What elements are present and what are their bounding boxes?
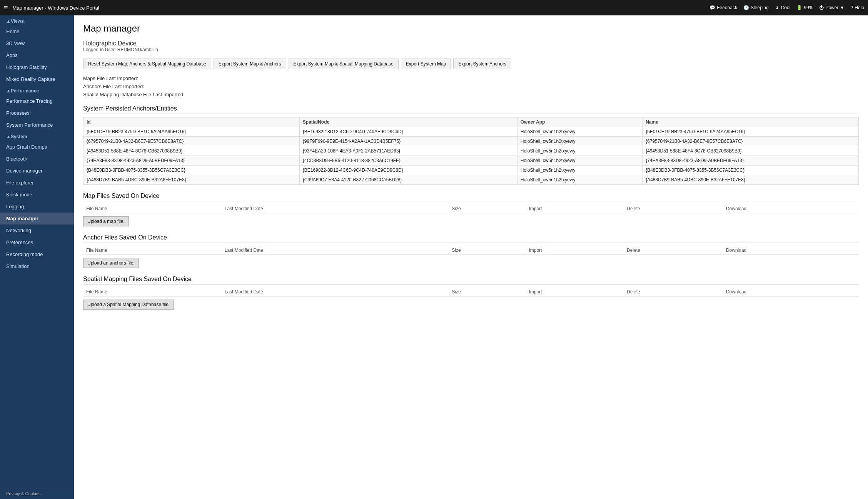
sidebar-item-logging[interactable]: Logging xyxy=(0,201,74,213)
action-button-row: Reset System Map, Anchors & Spatial Mapp… xyxy=(83,59,859,69)
spatial-col-filename: File Name xyxy=(83,288,222,296)
map-col-delete: Delete xyxy=(624,204,723,213)
app-title: Map manager - Windows Device Portal xyxy=(13,5,710,11)
table-row: {67957049-21B0-4A32-B6E7-9E57CB6E8A7C}{9… xyxy=(83,137,859,146)
table-cell-owner_app: HoloShell_cw5n1h2txyewy xyxy=(517,146,642,156)
sidebar-item-mixed-reality-capture[interactable]: Mixed Reality Capture xyxy=(0,73,74,85)
upload-spatial-button[interactable]: Upload a Spatial Mapping Database file. xyxy=(83,300,174,310)
export-system-anchors-button[interactable]: Export System Anchors xyxy=(453,59,511,69)
reset-system-map-button[interactable]: Reset System Map, Anchors & Spatial Mapp… xyxy=(83,59,211,69)
anchor-col-download: Download xyxy=(723,246,859,255)
spatial-col-delete: Delete xyxy=(624,288,723,296)
page-title: Map manager xyxy=(83,23,859,34)
table-cell-spatial_node: {BE169822-8D12-4C6D-9C4D-740AE9CD9C6D} xyxy=(299,127,517,137)
table-cell-spatial_node: {BE169822-8D12-4C6D-9C4D-740AE9CD9C6D} xyxy=(299,166,517,175)
col-owner-app: Owner App xyxy=(517,117,642,127)
table-cell-spatial_node: {4CD3B8D9-F9B6-4120-8118-882C3A6C19FE} xyxy=(299,156,517,166)
map-col-modified: Last Modified Date xyxy=(222,204,449,213)
spatial-col-import: Import xyxy=(526,288,624,296)
battery-status: 🔋 99% xyxy=(796,5,813,10)
sidebar-item-file-explorer[interactable]: File explorer xyxy=(0,177,74,189)
sidebar-item-processes[interactable]: Processes xyxy=(0,107,74,119)
sidebar-item-app-crash-dumps[interactable]: App Crash Dumps xyxy=(0,141,74,153)
spatial-col-modified: Last Modified Date xyxy=(222,288,449,296)
anchor-col-filename: File Name xyxy=(83,246,222,255)
export-system-map-anchors-button[interactable]: Export System Map & Anchors xyxy=(214,59,286,69)
export-system-map-button[interactable]: Export System Map xyxy=(401,59,451,69)
feedback-button[interactable]: 💬 Feedback xyxy=(709,5,737,10)
spatial-col-size: Size xyxy=(449,288,526,296)
spatial-files-table: File Name Last Modified Date Size Import… xyxy=(83,288,859,296)
table-row: {74EA3F83-83D8-4923-A8D9-A0BEDE09FA13}{4… xyxy=(83,156,859,166)
table-row: {49453D51-588E-48F4-8C78-CB627098B9B9}{9… xyxy=(83,146,859,156)
table-cell-spatial_node: {93F4EA29-108F-4EA3-A0F2-2AB5711AED63} xyxy=(299,146,517,156)
anchor-files-table: File Name Last Modified Date Size Import… xyxy=(83,246,859,255)
sidebar-item-hologram-stability[interactable]: Hologram Stability xyxy=(0,61,74,73)
col-id: Id xyxy=(83,117,300,127)
map-col-filename: File Name xyxy=(83,204,222,213)
map-files-table: File Name Last Modified Date Size Import… xyxy=(83,204,859,213)
sidebar-item-apps[interactable]: Apps xyxy=(0,49,74,61)
sidebar-item-networking[interactable]: Networking xyxy=(0,224,74,236)
anchors-table: Id SpatialNode Owner App Name {5E01CE19-… xyxy=(83,117,859,185)
sidebar-item-map-manager[interactable]: Map manager xyxy=(0,213,74,224)
sidebar-item-simulation[interactable]: Simulation xyxy=(0,260,74,272)
anchors-last-imported: Anchors File Last Imported: xyxy=(83,84,859,89)
table-row: {5E01CE19-BB23-475D-BF1C-6A24AA95EC16}{B… xyxy=(83,127,859,137)
sidebar-item-performance-tracing[interactable]: Performance Tracing xyxy=(0,95,74,107)
sidebar-system-header: ▲System xyxy=(0,131,74,141)
table-cell-name: {74EA3F83-83D8-4923-A8D9-A0BEDE09FA13} xyxy=(643,156,859,166)
map-col-import: Import xyxy=(526,204,624,213)
table-row: {B48E0DB3-0FBB-4075-8355-3B56C7A3E3CC}{B… xyxy=(83,166,859,175)
map-files-section-title: Map Files Saved On Device xyxy=(83,193,859,201)
help-button[interactable]: ? Help xyxy=(851,5,864,10)
sidebar-item-device-manager[interactable]: Device manager xyxy=(0,165,74,177)
topbar: ≡ Map manager - Windows Device Portal 💬 … xyxy=(0,0,868,15)
table-cell-name: {49453D51-588E-48F4-8C78-CB627098B9B9} xyxy=(643,146,859,156)
upload-anchors-button[interactable]: Upload an anchors file. xyxy=(83,258,139,268)
top-actions: 💬 Feedback 🕐 Sleeping 🌡 Cool 🔋 99% ⏻ Pow… xyxy=(709,5,864,10)
sidebar-item-preferences[interactable]: Preferences xyxy=(0,236,74,248)
anchor-col-modified: Last Modified Date xyxy=(222,246,449,255)
map-col-download: Download xyxy=(723,204,859,213)
sidebar-item-3dview[interactable]: 3D View xyxy=(0,37,74,49)
table-cell-id: {A488D7B9-BAB5-4DBC-890E-B32A6FE107E8} xyxy=(83,175,300,185)
table-cell-owner_app: HoloShell_cw5n1h2txyewy xyxy=(517,166,642,175)
device-name: Holographic Device xyxy=(83,40,859,47)
sidebar-item-bluetooth[interactable]: Bluetooth xyxy=(0,153,74,165)
device-info: Holographic Device Logged-in User: REDMO… xyxy=(83,40,859,52)
spatial-files-section-title: Spatial Mapping Files Saved On Device xyxy=(83,276,859,285)
table-cell-id: {B48E0DB3-0FBB-4075-8355-3B56C7A3E3CC} xyxy=(83,166,300,175)
table-cell-id: {74EA3F83-83D8-4923-A8D9-A0BEDE09FA13} xyxy=(83,156,300,166)
table-row: {A488D7B9-BAB5-4DBC-890E-B32A6FE107E8}{C… xyxy=(83,175,859,185)
table-cell-id: {67957049-21B0-4A32-B6E7-9E57CB6E8A7C} xyxy=(83,137,300,146)
sidebar-item-recording-mode[interactable]: Recording mode xyxy=(0,248,74,260)
table-cell-owner_app: HoloShell_cw5n1h2txyewy xyxy=(517,156,642,166)
table-cell-owner_app: HoloShell_cw5n1h2txyewy xyxy=(517,137,642,146)
col-spatial-node: SpatialNode xyxy=(299,117,517,127)
col-name: Name xyxy=(643,117,859,127)
cool-status: 🌡 Cool xyxy=(775,5,791,10)
sidebar-item-system-performance[interactable]: System Performance xyxy=(0,119,74,131)
privacy-cookies-link[interactable]: Privacy & Cookies xyxy=(0,488,74,499)
export-system-map-spatial-button[interactable]: Export System Map & Spatial Mapping Data… xyxy=(289,59,399,69)
sidebar-item-home[interactable]: Home xyxy=(0,25,74,37)
table-cell-name: {5E01CE19-BB23-475D-BF1C-6A24AA95EC16} xyxy=(643,127,859,137)
sidebar-item-kiosk-mode[interactable]: Kiosk mode xyxy=(0,189,74,201)
anchor-col-import: Import xyxy=(526,246,624,255)
sidebar-performance-header: ▲Performance xyxy=(0,85,74,95)
table-cell-owner_app: HoloShell_cw5n1h2txyewy xyxy=(517,127,642,137)
sidebar: ◀ ▲Views Home 3D View Apps Hologram Stab… xyxy=(0,15,74,499)
table-cell-name: {A488D7B9-BAB5-4DBC-890E-B32A6FE107E8} xyxy=(643,175,859,185)
table-cell-name: {67957049-21B0-4A32-B6E7-9E57CB6E8A7C} xyxy=(643,137,859,146)
hamburger-menu[interactable]: ≡ xyxy=(4,4,8,12)
table-cell-spatial_node: {C39A69C7-E3A4-4120-B822-C068CCA5BD28} xyxy=(299,175,517,185)
upload-map-button[interactable]: Upload a map file. xyxy=(83,216,129,226)
anchors-section-title: System Persisted Anchors/Entities xyxy=(83,105,859,114)
power-button[interactable]: ⏻ Power ▼ xyxy=(819,5,844,10)
map-col-size: Size xyxy=(449,204,526,213)
sidebar-views-header: ▲Views xyxy=(0,15,74,25)
sleeping-status: 🕐 Sleeping xyxy=(743,5,769,10)
table-cell-id: {49453D51-588E-48F4-8C78-CB627098B9B9} xyxy=(83,146,300,156)
table-cell-spatial_node: {99F9F690-9E9E-4154-A2AA-1AC3D4B5EF75} xyxy=(299,137,517,146)
